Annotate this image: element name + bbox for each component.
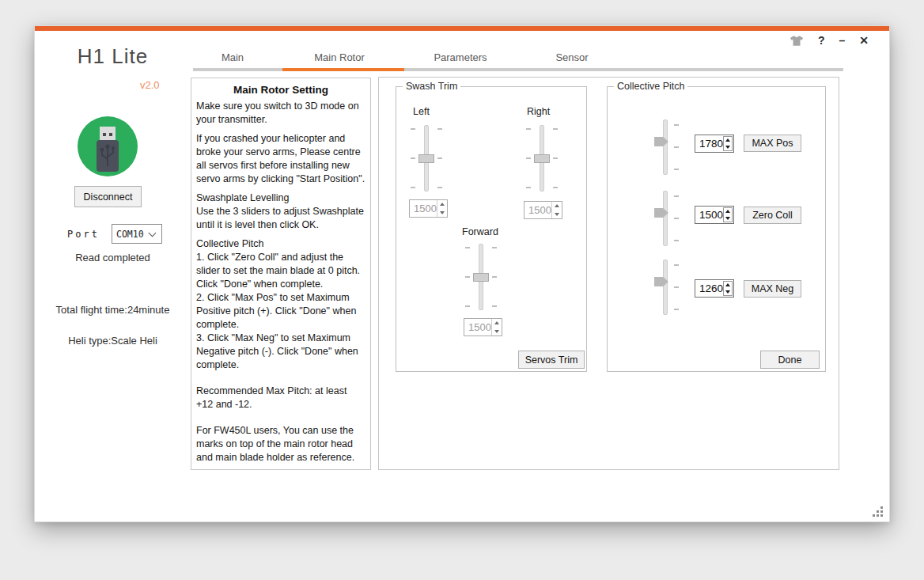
help-button[interactable]: ? [818, 34, 825, 47]
max-pos-button[interactable]: MAX Pos [744, 135, 801, 152]
close-button[interactable]: ✕ [859, 34, 869, 47]
instructions-panel: Main Rotor Setting Make sure you switch … [191, 78, 371, 470]
zero-coll-slider [652, 191, 679, 246]
app-window: ? – ✕ H1 Lite v2.0 Di [34, 25, 890, 522]
spin-down-icon[interactable] [437, 209, 447, 218]
chevron-down-icon [149, 229, 157, 237]
sidebar: H1 Lite v2.0 Disconnect Port [35, 31, 191, 521]
slider-thumb[interactable] [534, 154, 550, 163]
left-trim-value[interactable]: 1500 [410, 200, 437, 217]
spin-down-icon[interactable] [724, 289, 732, 296]
forward-trim-spinner: 1500 [464, 318, 502, 336]
skin-tshirt-icon[interactable] [790, 35, 804, 47]
tick-marks [674, 195, 679, 241]
tick-marks [411, 128, 415, 188]
collective-pitch-title: Collective Pitch [614, 81, 687, 92]
minimize-button[interactable]: – [839, 34, 845, 47]
instruction-paragraph: Recommended Max Pitch: at least +12 and … [196, 385, 365, 411]
tab-parameters[interactable]: Parameters [417, 51, 504, 69]
tick-marks [465, 247, 470, 307]
spin-up-icon[interactable] [724, 137, 732, 144]
tick-marks [526, 128, 531, 188]
zero-coll-value[interactable]: 1500 [695, 207, 723, 223]
tick-marks [674, 124, 679, 170]
tick-marks [553, 128, 558, 188]
tab-main[interactable]: Main [189, 51, 276, 69]
spin-down-icon[interactable] [724, 144, 732, 151]
instructions-title: Main Rotor Setting [196, 84, 365, 96]
left-slider-label: Left [413, 106, 430, 117]
instruction-paragraph: If you crashed your helicopter and broke… [196, 132, 365, 186]
port-label: Port [67, 229, 100, 240]
version-label: v2.0 [140, 79, 160, 91]
collective-pitch-group: Collective Pitch 1780 MAX Pos [607, 86, 826, 372]
max-pos-slider [652, 119, 679, 175]
heli-type-label: Heli type:Scale Heli [35, 335, 191, 347]
slider-track[interactable] [663, 119, 668, 175]
max-neg-slider [652, 260, 679, 315]
tab-sensor[interactable]: Sensor [528, 51, 615, 69]
port-select-value: COM10 [112, 229, 150, 240]
slider-thumb[interactable] [473, 273, 489, 282]
spin-up-icon[interactable] [724, 282, 732, 289]
done-button[interactable]: Done [760, 351, 820, 369]
max-neg-spinner: 1260 [695, 279, 734, 298]
right-slider-label: Right [527, 106, 550, 117]
tick-marks [437, 128, 442, 188]
disconnect-button[interactable]: Disconnect [74, 186, 142, 207]
slider-track[interactable] [663, 191, 668, 246]
spin-up-icon[interactable] [724, 208, 732, 215]
usb-connected-icon [78, 116, 138, 176]
right-trim-slider [524, 122, 559, 195]
active-tab-indicator [282, 68, 404, 71]
servos-trim-button[interactable]: Servos Trim [518, 351, 585, 369]
right-trim-spinner: 1500 [524, 201, 562, 219]
forward-trim-value[interactable]: 1500 [464, 319, 491, 335]
app-title: H1 Lite [35, 44, 191, 69]
spin-up-icon[interactable] [552, 202, 562, 210]
resize-grip-icon[interactable] [873, 506, 884, 517]
main-rotor-panel: Swash Trim Left Right 1500 [378, 77, 839, 470]
swash-trim-title: Swash Trim [403, 81, 460, 92]
max-neg-button[interactable]: MAX Neg [744, 280, 801, 298]
tab-underline [193, 68, 843, 71]
instruction-paragraph: Make sure you switch to 3D mode on your … [196, 100, 365, 127]
tick-marks [674, 264, 679, 310]
instruction-paragraph: For FW450L users, You can use the marks … [196, 424, 365, 464]
titlebar-controls: ? – ✕ [790, 34, 869, 47]
port-select[interactable]: COM10 [112, 224, 162, 244]
slider-track[interactable] [663, 260, 668, 315]
forward-trim-slider [464, 241, 498, 313]
spin-up-icon[interactable] [492, 319, 502, 328]
spin-up-icon[interactable] [437, 200, 447, 209]
zero-coll-spinner: 1500 [695, 206, 734, 224]
spin-down-icon[interactable] [492, 328, 502, 336]
zero-coll-button[interactable]: Zero Coll [744, 207, 801, 224]
left-trim-spinner: 1500 [409, 199, 448, 218]
spin-down-icon[interactable] [724, 215, 732, 222]
max-pos-value[interactable]: 1780 [695, 135, 723, 152]
tick-marks [492, 247, 497, 307]
tab-main-rotor[interactable]: Main Rotor [296, 51, 383, 69]
spin-down-icon[interactable] [552, 210, 562, 219]
forward-slider-label: Forward [462, 226, 498, 237]
max-pos-spinner: 1780 [695, 135, 734, 153]
read-status: Read completed [35, 252, 191, 263]
swash-trim-group: Swash Trim Left Right 1500 [396, 86, 587, 372]
max-neg-value[interactable]: 1260 [695, 280, 723, 297]
left-trim-slider [409, 122, 444, 195]
flight-time-label: Total flight time:24minute [35, 304, 191, 316]
slider-thumb[interactable] [418, 154, 434, 163]
right-trim-value[interactable]: 1500 [524, 202, 551, 218]
instruction-paragraph: Collective Pitch 1. Click "Zero Coll" an… [196, 237, 365, 372]
instruction-paragraph: Swashplate Levelling Use the 3 sliders t… [196, 191, 365, 232]
